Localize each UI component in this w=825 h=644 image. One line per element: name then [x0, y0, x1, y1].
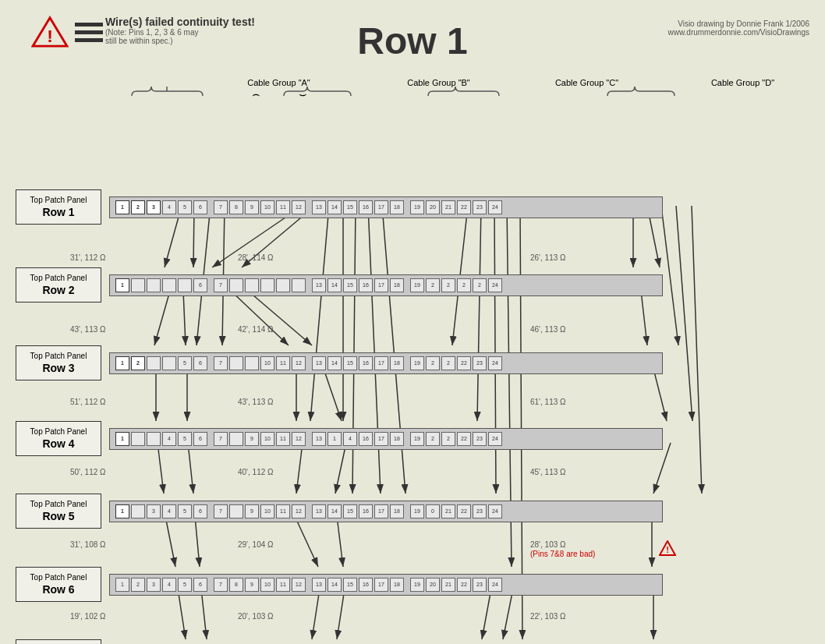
port: 3 [147, 578, 161, 592]
port-group-a-r1: 1 2 3 4 5 6 [115, 200, 207, 214]
port: 14 [328, 578, 342, 592]
bad-pins-warning-icon: ! [659, 540, 676, 559]
port-group-c-r1: 13 14 15 16 17 18 [312, 200, 404, 214]
port: 4 [162, 432, 176, 446]
warning-icon: ! [31, 16, 69, 48]
port: 16 [359, 578, 373, 592]
port: 7 [214, 200, 228, 214]
port: 17 [374, 356, 388, 370]
port: 24 [488, 504, 502, 518]
measurement-r4r5-a: 50', 112 Ω [70, 468, 106, 476]
port: 23 [473, 504, 487, 518]
port: 5 [178, 200, 192, 214]
panel-label-row5: Top Patch Panel Row 5 [16, 494, 101, 529]
port: 19 [410, 356, 424, 370]
port: 10 [260, 432, 274, 446]
port [131, 432, 145, 446]
svg-text:!: ! [47, 26, 53, 46]
warning-area: ! [31, 16, 103, 48]
measurement-r2r3-a: 43', 113 Ω [70, 325, 106, 334]
port: 17 [374, 278, 388, 292]
port: 16 [359, 432, 373, 446]
panel-label-bottom: Bottom Patch Panel - 7200 [16, 639, 101, 644]
port: 11 [276, 432, 290, 446]
port: 2 [131, 356, 145, 370]
port: 2 [131, 200, 145, 214]
svg-text:!: ! [666, 545, 669, 554]
measurement-r6bot-b: 20', 103 Ω [238, 612, 274, 621]
port: 8 [229, 200, 243, 214]
port: 19 [410, 278, 424, 292]
port: 2 [426, 356, 440, 370]
port: 24 [488, 278, 502, 292]
measurement-r6bot-d: 22', 103 Ω [530, 612, 566, 621]
port: 2 [441, 278, 455, 292]
port [229, 432, 243, 446]
port: 13 [312, 278, 326, 292]
port: 16 [359, 278, 373, 292]
port: 18 [390, 432, 404, 446]
port: 17 [374, 200, 388, 214]
port: 6 [193, 578, 207, 592]
port: 22 [457, 200, 471, 214]
panel-strip-row3: 1 2 5 6 7 10 11 12 13 14 15 16 17 [109, 352, 663, 374]
measurement-r3r4-a: 51', 112 Ω [70, 398, 106, 406]
port: 11 [276, 578, 290, 592]
port: 24 [488, 200, 502, 214]
port: 2 [473, 278, 487, 292]
panel-strip-row1: 1 2 3 4 5 6 7 8 9 10 11 12 13 14 15 16 1… [109, 196, 663, 218]
port [276, 278, 290, 292]
port [229, 504, 243, 518]
port: 12 [292, 356, 306, 370]
port: 10 [260, 200, 274, 214]
measurement-r6bot-a: 19', 102 Ω [70, 612, 106, 621]
port: 9 [245, 432, 259, 446]
port: 2 [457, 278, 471, 292]
port [229, 356, 243, 370]
measurement-r5r6-b: 29', 104 Ω [238, 540, 274, 549]
port: 12 [292, 578, 306, 592]
port: 7 [214, 356, 228, 370]
port: 7 [214, 578, 228, 592]
port [260, 278, 274, 292]
port: 1 [115, 200, 129, 214]
cable-groups: Cable Group "A" ⌢ ⌣ Cable Group "B" Cabl… [136, 78, 809, 113]
port: 10 [260, 578, 274, 592]
port: 13 [312, 504, 326, 518]
port: 1 [115, 504, 129, 518]
measurement-r2r3-d: 46', 113 Ω [530, 325, 566, 334]
port: 17 [374, 578, 388, 592]
port: 13 [312, 578, 326, 592]
port: 10 [260, 356, 274, 370]
port: 13 [312, 200, 326, 214]
port: 16 [359, 504, 373, 518]
port: 5 [178, 432, 192, 446]
port [131, 278, 145, 292]
port: 6 [193, 432, 207, 446]
warning-text: Wire(s) failed continuity test! (Note: P… [105, 16, 255, 45]
panel-label-row3: Top Patch Panel Row 3 [16, 345, 101, 380]
svg-line-50 [676, 206, 692, 421]
page-title: Row 1 [357, 19, 467, 62]
panel-label-row4: Top Patch Panel Row 4 [16, 421, 101, 456]
port: 11 [276, 200, 290, 214]
panel-row-2: Top Patch Panel Row 2 1 6 7 13 [16, 267, 663, 303]
port: 9 [245, 504, 259, 518]
port: 23 [473, 200, 487, 214]
port [162, 356, 176, 370]
port: 22 [457, 504, 471, 518]
svg-line-44 [477, 206, 481, 421]
panel-label-row1: Top Patch Panel Row 1 [16, 189, 101, 225]
port: 14 [328, 200, 342, 214]
port: 2 [131, 578, 145, 592]
port: 19 [410, 578, 424, 592]
port: 21 [441, 504, 455, 518]
cable-group-c: Cable Group "C" [519, 78, 655, 87]
port [178, 278, 192, 292]
visio-credit: Visio drawing by Donnie Frank 1/2006 www… [667, 19, 809, 37]
port: 20 [426, 200, 440, 214]
port: 21 [441, 578, 455, 592]
port: 15 [343, 504, 357, 518]
bad-pins-label: (Pins 7&8 are bad) [530, 550, 595, 558]
port: 6 [193, 356, 207, 370]
